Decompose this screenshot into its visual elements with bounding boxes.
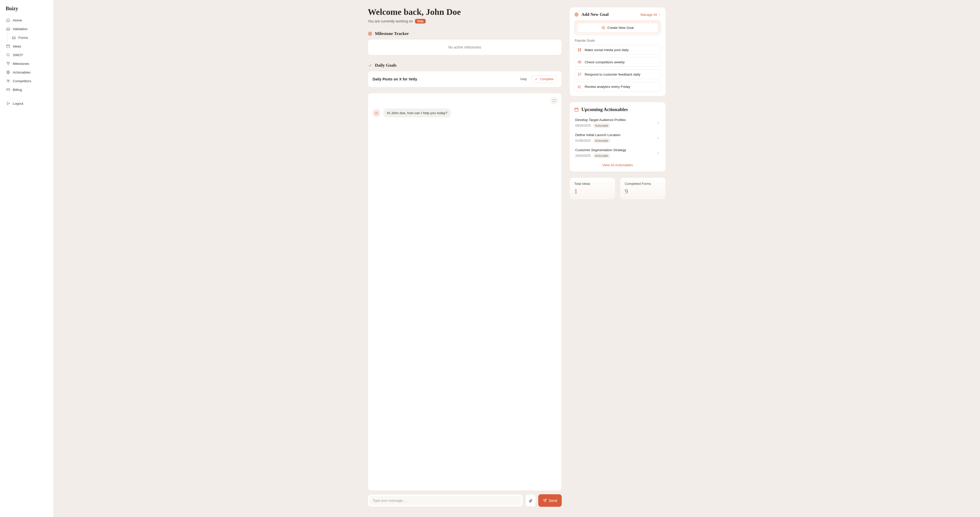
popular-goals-label: Popular Goals — [575, 39, 661, 42]
subline-text: You are currently working on — [368, 19, 413, 23]
chat-input-wrap — [368, 494, 523, 507]
actionable-date: 05/04/2025 — [575, 124, 590, 128]
stat-completed-forms[interactable]: Completed Forms 9 — [620, 177, 666, 199]
popular-goal-item[interactable]: Review analytics every Friday — [574, 82, 661, 91]
users-icon — [6, 79, 10, 83]
paperclip-icon — [528, 499, 533, 503]
attach-button[interactable] — [525, 494, 536, 507]
view-all-actionables-link[interactable]: View All Actionables — [574, 163, 661, 167]
stat-label: Completed Forms — [625, 182, 661, 186]
send-button[interactable]: Send — [538, 494, 562, 507]
nav-home[interactable]: Home — [3, 16, 50, 24]
create-goal-wrap: Create New Goal — [574, 20, 661, 35]
daily-goal-card: Daily Posts on X for Vetly Help Complete — [368, 71, 562, 87]
svg-rect-15 — [575, 108, 578, 111]
home-icon — [6, 18, 10, 22]
chevron-right-icon — [656, 136, 660, 140]
message-icon — [578, 72, 582, 77]
nav-swot[interactable]: SWOT — [3, 51, 50, 59]
actionable-row[interactable]: Develop Target Audience Profiles 05/04/2… — [574, 115, 661, 131]
popular-goal-label: Check competitors weekly — [585, 60, 625, 64]
stat-value: 1 — [574, 188, 611, 195]
popular-goal-item[interactable]: Respond to customer feedback daily — [574, 69, 661, 79]
actionable-title: Define Initial Launch Location — [575, 133, 620, 137]
svg-rect-0 — [6, 45, 10, 48]
nav-billing[interactable]: Billing — [3, 86, 50, 94]
manage-all-link[interactable]: Manage All — [641, 13, 661, 17]
nav-label: Home — [13, 18, 22, 22]
brand-logo: Buizy — [3, 5, 50, 16]
actionable-row[interactable]: Customer Segmentation Strategy 20/04/202… — [574, 145, 661, 161]
complete-button[interactable]: Complete — [531, 75, 557, 83]
milestone-empty-card: No active milestones — [368, 39, 562, 55]
nav-forms[interactable]: Forms — [9, 34, 50, 41]
credit-card-icon — [6, 88, 10, 92]
popular-goal-item[interactable]: Make social media post daily — [574, 45, 661, 55]
sidebar: Buizy Home Validation Forms Ideas SWOT M… — [0, 0, 54, 517]
expand-button[interactable] — [550, 97, 558, 104]
eye-icon — [578, 60, 582, 64]
svg-point-2 — [8, 72, 9, 73]
create-goal-label: Create New Goal — [608, 26, 634, 30]
stat-total-ideas[interactable]: Total Ideas 1 — [570, 177, 615, 199]
goal-title: Daily Posts on X for Vetly — [372, 77, 417, 81]
goals-section-title: Daily Goals — [375, 63, 396, 68]
left-column: Welcome back, John Doe You are currently… — [368, 7, 562, 507]
nav-logout[interactable]: Logout — [3, 99, 50, 107]
actionable-badge: Actionable — [593, 153, 610, 158]
calendar-icon — [6, 44, 10, 48]
bot-avatar — [372, 109, 380, 117]
svg-rect-9 — [375, 112, 377, 114]
chat-message-row: Hi John doe, how can I help you today? — [372, 109, 557, 117]
command-icon — [578, 48, 582, 52]
inbox-icon — [6, 27, 10, 31]
svg-point-4 — [9, 80, 10, 81]
create-goal-button[interactable]: Create New Goal — [577, 23, 658, 32]
svg-point-7 — [369, 33, 371, 35]
project-badge[interactable]: Vetly — [415, 19, 426, 24]
bot-icon — [375, 111, 378, 115]
maximize-icon — [552, 99, 556, 102]
nav-milestones[interactable]: Milestones — [3, 59, 50, 68]
popular-goal-label: Review analytics every Friday — [585, 85, 630, 89]
actionable-title: Develop Target Audience Profiles — [575, 118, 626, 122]
popular-goal-label: Respond to customer feedback daily — [585, 72, 640, 77]
send-label: Send — [549, 499, 557, 503]
actionable-row[interactable]: Define Initial Launch Location 01/06/202… — [574, 131, 661, 145]
check-icon — [535, 77, 538, 81]
plus-circle-icon — [601, 26, 605, 30]
nav-actionables[interactable]: Actionables — [3, 68, 50, 77]
milestone-section-head: Milestone Tracker — [368, 31, 562, 36]
actionable-date: 20/04/2025 — [575, 154, 590, 158]
nav-label: Logout — [13, 102, 23, 105]
chat-input[interactable] — [369, 496, 521, 505]
svg-point-12 — [576, 14, 577, 15]
svg-point-1 — [7, 54, 9, 56]
nav-validation[interactable]: Validation — [3, 25, 50, 33]
svg-point-6 — [368, 32, 372, 35]
logout-icon — [6, 101, 10, 105]
stat-value: 9 — [625, 188, 661, 195]
upcoming-actionables-panel: Upcoming Actionables Develop Target Audi… — [570, 102, 666, 172]
popular-goal-item[interactable]: Check competitors weekly — [574, 57, 661, 67]
nav-competitors[interactable]: Competitors — [3, 77, 50, 85]
right-column: Add New Goal Manage All Create New Goal … — [570, 7, 666, 507]
nav-ideas[interactable]: Ideas — [3, 42, 50, 50]
milestone-empty-text: No active milestones — [448, 45, 481, 49]
actionable-badge: Actionable — [593, 138, 610, 143]
stat-label: Total Ideas — [574, 182, 611, 186]
help-link[interactable]: Help — [520, 77, 527, 81]
svg-point-10 — [575, 13, 578, 16]
nav-label: Competitors — [13, 79, 32, 83]
chevron-right-icon — [656, 121, 660, 125]
main: Welcome back, John Doe You are currently… — [300, 0, 734, 517]
milestone-section-title: Milestone Tracker — [375, 31, 409, 36]
check-icon — [368, 63, 372, 68]
nav-label: Billing — [13, 88, 22, 92]
complete-label: Complete — [540, 77, 554, 81]
nav-label: Ideas — [13, 45, 21, 48]
panel-title: Add New Goal — [581, 12, 609, 17]
target-icon — [574, 12, 579, 17]
trophy-icon — [6, 62, 10, 65]
inbox-icon — [12, 35, 16, 40]
